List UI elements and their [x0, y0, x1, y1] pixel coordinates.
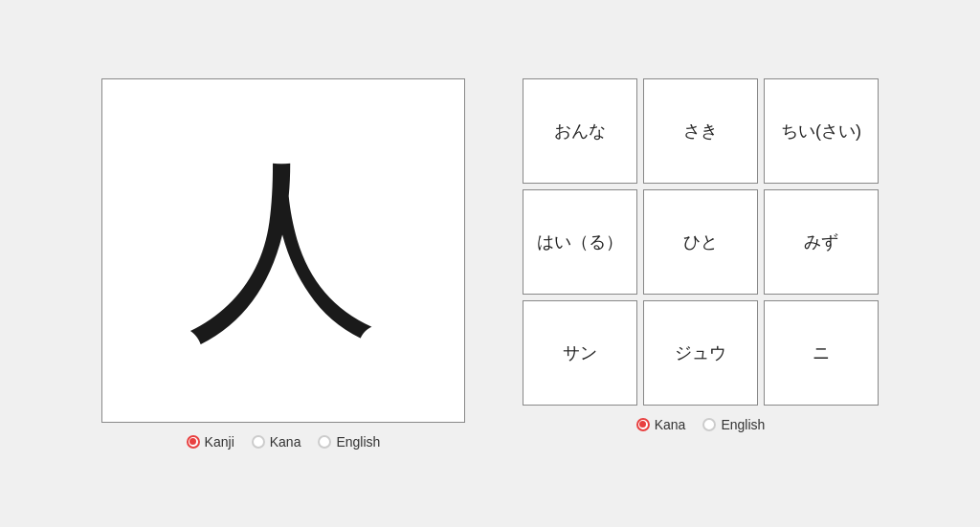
right-panel: おんな さき ちい(さい) はい（る） ひと みず サン ジュウ ニ Kana …	[523, 78, 879, 432]
answer-grid: おんな さき ちい(さい) はい（る） ひと みず サン ジュウ ニ	[523, 78, 879, 406]
left-radio-kanji[interactable]: Kanji	[187, 434, 234, 450]
left-radio-kanji-circle[interactable]	[187, 435, 200, 449]
grid-cell-4[interactable]: ひと	[643, 189, 758, 295]
right-radio-kana-circle[interactable]	[636, 418, 650, 431]
grid-cell-0[interactable]: おんな	[523, 78, 637, 184]
right-radio-kana-label: Kana	[655, 417, 686, 432]
right-radio-english-label: English	[721, 417, 765, 432]
grid-cell-5[interactable]: みず	[764, 189, 879, 295]
left-radio-english[interactable]: English	[318, 434, 380, 450]
grid-cell-8[interactable]: ニ	[764, 300, 879, 406]
left-radio-kanji-label: Kanji	[205, 434, 234, 450]
left-radio-kana-label: Kana	[270, 434, 301, 450]
right-radio-group: Kana English	[636, 417, 766, 432]
grid-cell-3[interactable]: はい（る）	[523, 189, 637, 295]
kanji-display-box: 人	[101, 78, 465, 423]
right-radio-english-circle[interactable]	[702, 418, 716, 431]
right-radio-english[interactable]: English	[702, 417, 765, 432]
left-radio-english-circle[interactable]	[318, 435, 331, 449]
main-container: 人 Kanji Kana English おんな さき ちい(さい) はい（る）…	[82, 59, 898, 469]
grid-cell-1[interactable]: さき	[643, 78, 758, 184]
left-panel: 人 Kanji Kana English	[101, 78, 465, 450]
grid-cell-2[interactable]: ちい(さい)	[764, 78, 879, 184]
left-radio-kana-circle[interactable]	[252, 435, 265, 449]
left-radio-kana[interactable]: Kana	[252, 434, 301, 450]
grid-cell-7[interactable]: ジュウ	[643, 300, 758, 406]
kanji-character: 人	[188, 155, 379, 346]
left-radio-english-label: English	[336, 434, 380, 450]
right-radio-kana[interactable]: Kana	[636, 417, 686, 432]
left-radio-group: Kanji Kana English	[187, 434, 381, 450]
grid-cell-6[interactable]: サン	[523, 300, 637, 406]
